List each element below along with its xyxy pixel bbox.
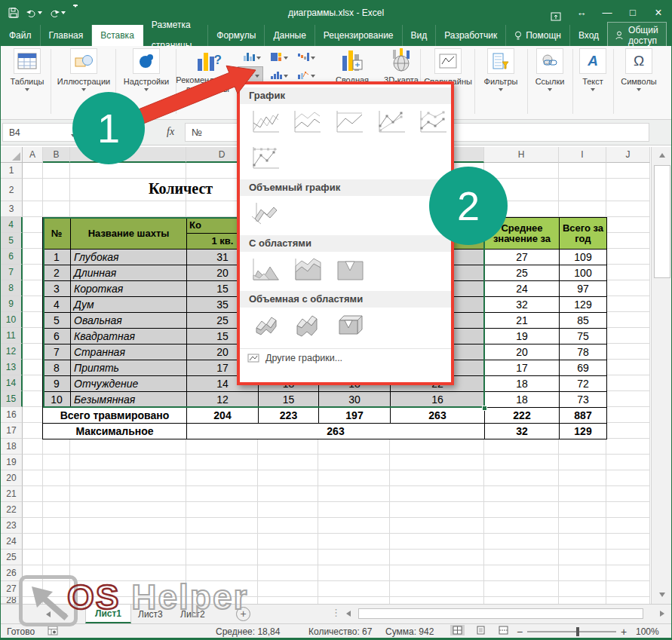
- insert-waterfall-chart-button[interactable]: [293, 48, 319, 65]
- more-line-charts-item[interactable]: Другие графики...: [240, 348, 451, 363]
- row-header-2[interactable]: 2: [1, 179, 23, 201]
- column-header-H[interactable]: H: [484, 147, 559, 163]
- filters-button[interactable]: Фильтры: [477, 48, 524, 91]
- 3d-stacked-area-chart-icon[interactable]: [290, 310, 326, 341]
- column-header-A[interactable]: A: [23, 147, 43, 163]
- zoom-slider[interactable]: [527, 631, 616, 632]
- customize-quick-access-icon[interactable]: [73, 5, 78, 21]
- cell-year-header[interactable]: Всего за год: [560, 218, 607, 250]
- row-header-14[interactable]: 14: [1, 375, 23, 391]
- column-header-J[interactable]: J: [606, 147, 650, 163]
- zoom-out-icon[interactable]: −: [517, 626, 523, 638]
- vertical-scrollbar[interactable]: [651, 147, 672, 604]
- row-header-11[interactable]: 11: [1, 328, 23, 344]
- row-header-6[interactable]: 6: [1, 249, 23, 265]
- fit-window-icon[interactable]: ↔: [569, 1, 594, 25]
- row-header-20[interactable]: 20: [1, 470, 23, 486]
- row-header-4[interactable]: 4: [1, 217, 23, 233]
- row-header-16[interactable]: 16: [1, 407, 23, 423]
- insert-line-chart-button[interactable]: [238, 66, 263, 83]
- fx-icon[interactable]: fx: [167, 126, 174, 138]
- row-header-10[interactable]: 10: [1, 312, 23, 328]
- fill-handle[interactable]: [482, 406, 487, 411]
- row-header-3[interactable]: 3: [1, 201, 23, 217]
- addins-button[interactable]: Надстройки: [118, 48, 174, 91]
- tab-insert[interactable]: Вставка: [92, 25, 143, 46]
- area-chart-icon[interactable]: [247, 254, 284, 286]
- stacked-area-chart-icon[interactable]: [290, 254, 326, 286]
- tab-file[interactable]: Файл: [1, 25, 41, 46]
- insert-statistic-chart-button[interactable]: [266, 66, 292, 83]
- insert-column-chart-button[interactable]: [239, 48, 265, 65]
- tab-splitter-icon[interactable]: ⋮: [331, 607, 341, 618]
- hscroll-right-icon[interactable]: [655, 607, 669, 620]
- row-header-7[interactable]: 7: [1, 265, 23, 280]
- links-button[interactable]: Ссылки: [530, 48, 569, 91]
- 100-stacked-line-chart-icon[interactable]: [331, 106, 367, 138]
- illustrations-button[interactable]: Иллюстрации: [54, 48, 114, 91]
- row-header-12[interactable]: 12: [1, 344, 23, 360]
- insert-hierarchy-chart-button[interactable]: [266, 48, 292, 65]
- 3d-line-chart-icon[interactable]: [247, 198, 284, 230]
- line-chart-icon[interactable]: [247, 106, 284, 138]
- insert-combo-chart-button[interactable]: [293, 66, 319, 83]
- row-header-15[interactable]: 15: [1, 391, 23, 407]
- 100-stacked-area-chart-icon[interactable]: [332, 254, 368, 286]
- page-break-view-icon[interactable]: [499, 626, 508, 635]
- stacked-line-chart-icon[interactable]: [290, 106, 326, 138]
- row-header-17[interactable]: 17: [1, 423, 23, 439]
- normal-view-icon[interactable]: [450, 625, 465, 635]
- line-with-markers-chart-icon[interactable]: [373, 106, 410, 138]
- column-header-B[interactable]: B: [43, 147, 70, 163]
- row-header-1[interactable]: 1: [1, 163, 23, 179]
- undo-icon[interactable]: [26, 9, 42, 17]
- tab-home[interactable]: Главная: [41, 25, 93, 46]
- tables-button[interactable]: Таблицы: [7, 48, 48, 91]
- tab-page-layout[interactable]: Разметка страницы: [143, 25, 208, 46]
- hscroll-left-icon[interactable]: [342, 607, 355, 620]
- row-header-21[interactable]: 21: [1, 486, 23, 502]
- recommended-charts-button[interactable]: ? Рекомендуемые диаграммы: [179, 48, 236, 93]
- tab-view[interactable]: Вид: [403, 25, 437, 46]
- share-button[interactable]: Общий доступ: [607, 22, 667, 49]
- tab-formulas[interactable]: Формулы: [208, 25, 265, 46]
- hscroll-thumb[interactable]: [358, 608, 643, 619]
- row-header-9[interactable]: 9: [1, 296, 23, 312]
- column-header-I[interactable]: I: [559, 147, 606, 163]
- redo-icon[interactable]: [50, 9, 66, 17]
- page-layout-view-icon[interactable]: [476, 626, 486, 635]
- row-header-22[interactable]: 22: [1, 502, 23, 518]
- row-header-24[interactable]: 24: [1, 534, 23, 550]
- tab-signin[interactable]: Вход: [570, 25, 607, 46]
- 100-stacked-line-with-markers-chart-icon[interactable]: [247, 142, 284, 174]
- select-all-corner[interactable]: [1, 147, 23, 163]
- 3d-100-stacked-area-chart-icon[interactable]: [332, 310, 368, 341]
- stacked-line-with-markers-chart-icon[interactable]: [415, 106, 451, 138]
- row-header-13[interactable]: 13: [1, 360, 23, 375]
- zoom-slider-thumb[interactable]: [576, 627, 579, 636]
- row-header-18[interactable]: 18: [1, 439, 23, 455]
- cell-name-header[interactable]: Название шахты: [71, 218, 187, 250]
- zoom-level[interactable]: 100%: [636, 626, 659, 637]
- zoom-in-icon[interactable]: +: [621, 626, 627, 638]
- tab-review[interactable]: Рецензирование: [315, 25, 403, 46]
- row-header-25[interactable]: 25: [1, 550, 23, 565]
- row-header-23[interactable]: 23: [1, 518, 23, 534]
- symbols-button[interactable]: Ω Символы: [616, 48, 661, 91]
- cell-num-header[interactable]: №: [43, 218, 71, 250]
- 3d-area-chart-icon[interactable]: [247, 310, 284, 341]
- row-header-5[interactable]: 5: [1, 233, 23, 249]
- tab-developer[interactable]: Разработчик: [436, 25, 506, 46]
- save-icon[interactable]: [8, 8, 19, 18]
- macro-record-icon[interactable]: [48, 626, 58, 635]
- status-sum: Сумма: 942: [385, 626, 434, 637]
- gridline: [649, 163, 650, 604]
- tab-help[interactable]: Помощн: [506, 25, 570, 46]
- row-header-8[interactable]: 8: [1, 280, 23, 296]
- tab-data[interactable]: Данные: [265, 25, 315, 46]
- name-box[interactable]: B4: [2, 123, 81, 142]
- person-icon: [615, 31, 624, 40]
- row-header-19[interactable]: 19: [1, 455, 23, 470]
- text-button[interactable]: A Текст: [575, 48, 610, 91]
- ribbon-display-options-icon[interactable]: [543, 5, 569, 21]
